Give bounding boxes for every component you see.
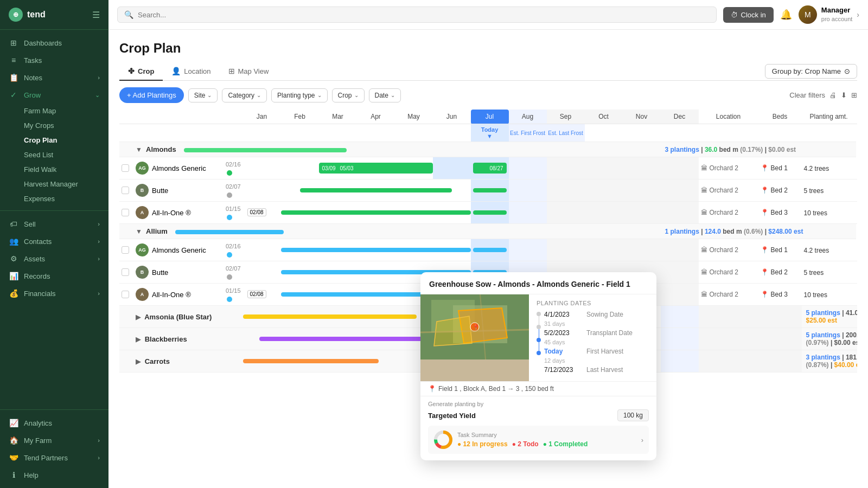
search-icon: 🔍 — [124, 10, 133, 19]
sidebar-item-my-farm[interactable]: 🏠 My Farm › — [0, 432, 108, 449]
expand-allium-icon[interactable]: ▼ — [136, 228, 142, 235]
popup-map-image: 📍 — [420, 294, 529, 359]
date-marker: 02/08 — [247, 208, 266, 216]
search-box[interactable]: 🔍 — [117, 7, 717, 23]
tab-location[interactable]: 👤 Location — [163, 62, 219, 81]
table-row: AG Almonds Generic 02/16 🏛Orc — [119, 239, 857, 261]
chevron-right-icon: › — [98, 238, 100, 245]
search-input[interactable] — [138, 11, 710, 19]
user-menu[interactable]: M Manager pro account › — [799, 5, 859, 24]
sidebar-item-expenses[interactable]: Expenses — [0, 191, 108, 206]
filter-crop[interactable]: Crop ⌄ — [332, 88, 365, 102]
sidebar-item-crop-plan[interactable]: Crop Plan — [0, 133, 108, 147]
task-summary-section[interactable]: Task Summary ● 12 In progress ● 2 Todo ●… — [428, 426, 649, 454]
tab-location-label: Location — [184, 67, 210, 75]
beds-cell: 📍Bed 2 — [761, 187, 800, 194]
print-icon[interactable]: 🖨 — [829, 91, 837, 99]
sidebar-item-financials[interactable]: 💰 Financials › — [0, 285, 108, 302]
filter-planting-type-chevron-icon: ⌄ — [317, 92, 322, 98]
location-cell: 🏛Orchard 2 — [701, 209, 756, 216]
columns-icon[interactable]: ⊞ — [851, 91, 857, 99]
export-icon[interactable]: ⬇ — [841, 91, 847, 99]
clock-in-button[interactable]: ⏱ Clock in — [723, 7, 774, 23]
expand-almonds-icon[interactable]: ▼ — [136, 146, 142, 153]
sidebar-item-tasks[interactable]: ≡ Tasks — [0, 52, 108, 69]
sidebar-item-grow[interactable]: ✓ Grow ⌄ — [0, 86, 108, 104]
sidebar-item-field-walk[interactable]: Field Walk — [0, 162, 108, 177]
sidebar-item-harvest-manager[interactable]: Harvest Manager — [0, 177, 108, 191]
expand-carrots-icon[interactable]: ▶ — [136, 358, 141, 365]
crop-name-cell: AG Almonds Generic — [136, 162, 219, 175]
row-checkbox[interactable] — [122, 164, 129, 172]
sidebar-item-seed-list[interactable]: Seed List — [0, 147, 108, 162]
sidebar-item-records[interactable]: 📊 Records — [0, 267, 108, 285]
expand-amsonia-icon[interactable]: ▶ — [136, 313, 141, 321]
group-by-button[interactable]: Group by: Crop Name ⊙ — [765, 64, 857, 79]
tab-crop[interactable]: ✤ Crop — [119, 62, 163, 81]
sidebar-item-farm-map[interactable]: Farm Map — [0, 104, 108, 118]
blackberries-summary: 5 plantings | 200.0 bed m (0.97%) | $0.0… — [802, 328, 857, 350]
sidebar-item-sell[interactable]: 🏷 Sell › — [0, 215, 108, 233]
sidebar-item-dashboards[interactable]: ⊞ Dashboards — [0, 34, 108, 52]
sidebar-item-my-crops[interactable]: My Crops — [0, 118, 108, 133]
crop-tab-icon: ✤ — [128, 67, 135, 75]
chevron-right-icon: › — [98, 454, 100, 461]
tab-map-view[interactable]: ⊞ Map View — [220, 62, 278, 81]
pin-icon: 📍 — [761, 164, 769, 172]
task-stats-area: Task Summary ● 12 In progress ● 2 Todo ●… — [457, 432, 588, 448]
sidebar-item-analytics[interactable]: 📈 Analytics — [0, 414, 108, 432]
pin-icon: 📍 — [761, 268, 769, 276]
clock-btn-label: Clock in — [741, 11, 766, 19]
planting-amt-cell: 10 trees — [804, 291, 827, 299]
tab-crop-label: Crop — [138, 67, 154, 75]
sidebar-item-assets[interactable]: ⚙ Assets › — [0, 250, 108, 267]
carrots-summary: 3 plantings | 181.0 bed m (0.87%) | $40.… — [802, 350, 857, 373]
user-info: Manager pro account — [821, 6, 852, 23]
est-first-frost-marker: Est. First Frost — [509, 124, 547, 142]
group-by-label: Group by: Crop Name — [772, 67, 841, 75]
row-checkbox[interactable] — [122, 209, 129, 216]
first-harvest-date-value: Today — [544, 348, 582, 355]
row-checkbox[interactable] — [122, 268, 129, 276]
filter-planting-type[interactable]: Planting type ⌄ — [271, 88, 327, 102]
menu-toggle-icon[interactable]: ☰ — [92, 10, 100, 20]
group-name-carrots: Carrots — [145, 357, 170, 365]
pin-icon: 📍 — [761, 187, 769, 194]
notifications-icon[interactable]: 🔔 — [780, 9, 792, 21]
yield-label: Targeted Yield — [428, 412, 476, 420]
sowing-date-label: Sowing Date — [586, 311, 623, 318]
sidebar-item-tend-partners[interactable]: 🤝 Tend Partners › — [0, 449, 108, 466]
first-harvest-date-label: First Harvest — [586, 348, 623, 355]
sidebar-item-contacts[interactable]: 👥 Contacts › — [0, 233, 108, 250]
filters-row: + Add Plantings Site ⌄ Category ⌄ Planti… — [119, 87, 857, 103]
logo-icon: ⊕ — [9, 8, 23, 22]
crop-avatar: AG — [136, 243, 149, 256]
clear-filters-button[interactable]: Clear filters — [789, 91, 825, 99]
sidebar-item-label: Contacts — [24, 237, 52, 246]
group-name-almonds: Almonds — [146, 145, 176, 153]
sowing-date-value: 4/1/2023 — [544, 311, 582, 318]
sidebar-item-help[interactable]: ℹ Help — [0, 466, 108, 484]
add-plantings-button[interactable]: + Add Plantings — [119, 87, 184, 103]
filter-date-chevron-icon: ⌄ — [391, 92, 395, 98]
sidebar-item-notes[interactable]: 📋 Notes › — [0, 69, 108, 86]
date-start-label: 01/15 — [226, 206, 241, 212]
crop-name-cell: B Butte — [136, 266, 219, 279]
filter-site[interactable]: Site ⌄ — [188, 88, 218, 102]
avatar-initials: M — [805, 10, 811, 19]
pin-icon: 📍 — [761, 246, 769, 254]
date-row-first-harvest: Today First Harvest — [544, 348, 649, 355]
sidebar-item-label: Analytics — [24, 419, 52, 427]
topbar: 🔍 ⏱ Clock in 🔔 M Manager pro account › — [108, 0, 868, 30]
row-checkbox[interactable] — [122, 246, 129, 254]
group-row-almonds: ▼ Almonds 3 plantings | 36.0 bed m (0.17… — [119, 142, 857, 157]
crop-name-label: All-In-One ® — [152, 291, 191, 299]
filter-category-label: Category — [228, 92, 254, 99]
row-checkbox[interactable] — [122, 291, 129, 298]
filter-category[interactable]: Category ⌄ — [222, 88, 267, 102]
chevron-right-icon: › — [98, 437, 100, 444]
filter-date[interactable]: Date ⌄ — [369, 88, 401, 102]
expand-blackberries-icon[interactable]: ▶ — [136, 336, 141, 343]
tabs-row: ✤ Crop 👤 Location ⊞ Map View Group by: C… — [119, 62, 857, 81]
row-checkbox[interactable] — [122, 187, 129, 194]
